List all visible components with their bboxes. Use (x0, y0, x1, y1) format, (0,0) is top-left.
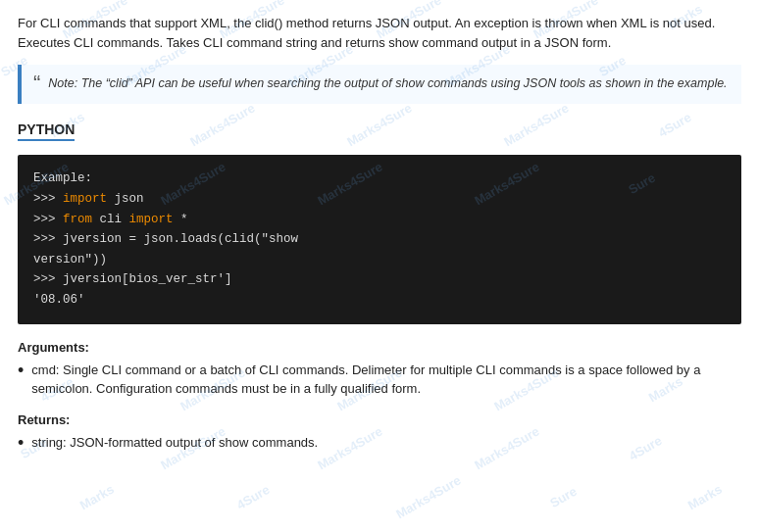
arguments-title: Arguments: (18, 340, 741, 355)
code-keyword-import2: import (129, 213, 174, 226)
code-output: '08.06' (33, 293, 85, 307)
code-prompt-4: >>> (33, 272, 63, 286)
argument-item-1: cmd: Single CLI command or a batch of CL… (31, 361, 741, 399)
note-text: Note: The “clid” API can be useful when … (48, 74, 727, 93)
code-keyword-import: import (63, 192, 107, 206)
python-label: PYTHON (18, 121, 75, 141)
note-block: “ Note: The “clid” API can be useful whe… (18, 65, 741, 104)
list-item: • cmd: Single CLI command or a batch of … (18, 361, 741, 399)
returns-title: Returns: (18, 412, 741, 427)
code-rest-4: jversion[bios_ver_str'] (63, 272, 232, 286)
arguments-section: Arguments: • cmd: Single CLI command or … (18, 340, 741, 399)
code-rest-1: json (107, 192, 144, 206)
bullet-dot-1: • (18, 359, 24, 383)
page-content: For CLI commands that support XML, the c… (0, 0, 759, 483)
python-section-label: PYTHON (18, 121, 741, 145)
quote-mark: “ (33, 73, 40, 94)
bullet-dot-2: • (18, 431, 24, 456)
list-item: • string: JSON-formatted output of show … (18, 433, 741, 456)
arguments-list: • cmd: Single CLI command or a batch of … (18, 361, 741, 399)
code-keyword-from: from (63, 213, 92, 226)
returns-item-1: string: JSON-formatted output of show co… (31, 433, 741, 453)
intro-paragraph: For CLI commands that support XML, the c… (18, 14, 741, 53)
code-rest-3: jversion = json.loads(clid("show (63, 232, 298, 246)
returns-section: Returns: • string: JSON-formatted output… (18, 412, 741, 456)
code-block: Example: >>> import json >>> from cli im… (18, 155, 741, 323)
code-line-1: Example: (33, 171, 92, 185)
code-line-version: version")) (33, 253, 107, 266)
returns-list: • string: JSON-formatted output of show … (18, 433, 741, 456)
code-prompt-3: >>> (33, 232, 63, 246)
code-rest-2: * (174, 213, 188, 226)
code-prompt-2: >>> (33, 213, 63, 226)
code-prompt-1: >>> (33, 192, 63, 206)
code-middle-2: cli (92, 213, 129, 226)
